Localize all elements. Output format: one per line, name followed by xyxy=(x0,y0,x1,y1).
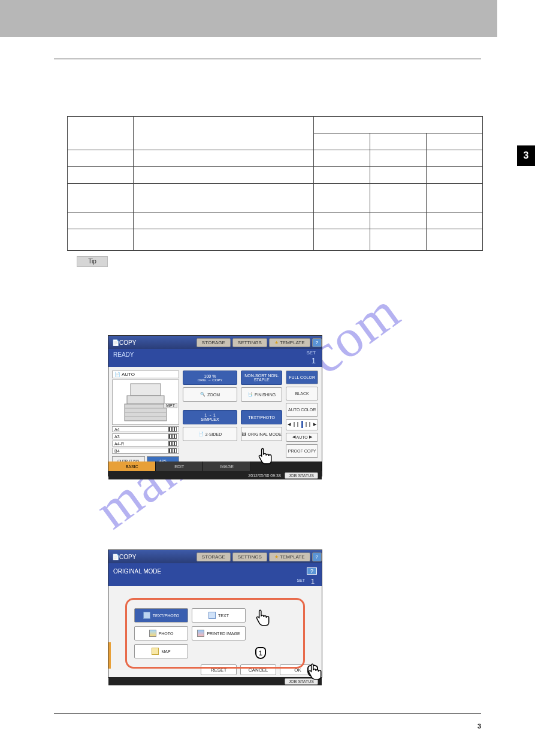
datetime: 2012/05/30 09:38 xyxy=(248,473,281,478)
auto-color-button[interactable]: AUTO COLOR xyxy=(286,403,318,417)
sort-display: NON-SORT NON-STAPLE xyxy=(241,371,282,385)
tab-image[interactable]: IMAGE xyxy=(203,462,250,471)
svg-rect-0 xyxy=(131,384,161,396)
storage-button-2[interactable]: STORAGE xyxy=(197,552,231,561)
tip-label: Tip xyxy=(77,256,108,267)
table-row xyxy=(68,229,483,251)
set-label-2: SET xyxy=(297,578,305,582)
help-button-top-2[interactable]: ? xyxy=(312,552,322,561)
full-color-button[interactable]: FULL COLOR xyxy=(286,371,318,384)
table-row xyxy=(68,167,483,184)
table-row xyxy=(68,150,483,167)
copy-icon: 📄 xyxy=(112,339,119,346)
bottom-tabs: BASIC EDIT IMAGE xyxy=(108,462,322,471)
bottom-bar-2: JOB STATUS xyxy=(108,677,322,685)
original-mode-header: ORIGINAL MODE ? xyxy=(108,563,322,579)
black-button[interactable]: BLACK xyxy=(286,387,318,400)
option-photo[interactable]: PHOTO xyxy=(134,626,188,640)
tray-a4r[interactable]: A4-R xyxy=(112,441,179,447)
ratio-display: 100 % ORG. → COPY xyxy=(183,371,237,385)
svg-rect-1 xyxy=(127,396,164,404)
page-number: 3 xyxy=(477,722,481,730)
option-map[interactable]: MAP xyxy=(134,644,188,658)
tray-a4[interactable]: A4 xyxy=(112,426,179,432)
callout-badge-2: 2 xyxy=(307,665,318,677)
copy-title: COPY xyxy=(119,339,195,346)
header-gray-bar xyxy=(0,0,497,37)
auto-density-button[interactable]: ◀ AUTO ▶ xyxy=(286,433,318,442)
copy-titlebar-2: 📄 COPY STORAGE SETTINGS TEMPLATE ? xyxy=(108,550,322,563)
template-button-2[interactable]: TEMPLATE xyxy=(269,552,310,561)
help-button[interactable]: ? xyxy=(312,338,322,347)
textphoto-display: TEXT/PHOTO xyxy=(241,410,282,424)
status-bar: 2012/05/30 09:38 JOB STATUS xyxy=(108,471,322,479)
tab-basic[interactable]: BASIC xyxy=(108,462,156,471)
set-label: SET xyxy=(306,350,316,356)
storage-button[interactable]: STORAGE xyxy=(197,338,231,347)
simplex-display: 1 → 1 SIMPLEX xyxy=(183,410,237,424)
ready-text: READY xyxy=(113,351,134,358)
settings-button[interactable]: SETTINGS xyxy=(232,338,267,347)
settings-button-2[interactable]: SETTINGS xyxy=(232,552,267,561)
zoom-button[interactable]: 🔍ZOOM xyxy=(183,387,237,402)
copy-icon: 📄 xyxy=(112,554,119,560)
screenshot-original-mode: 📄 COPY STORAGE SETTINGS TEMPLATE ? ORIGI… xyxy=(108,549,322,678)
screenshot-copy-panel: 📄 COPY STORAGE SETTINGS TEMPLATE ? READY… xyxy=(108,335,322,476)
printer-diagram: MPT xyxy=(112,379,179,425)
job-status-button[interactable]: JOB STATUS xyxy=(285,472,318,479)
template-button[interactable]: TEMPLATE xyxy=(269,338,310,347)
two-sided-button[interactable]: 📄2-SIDED xyxy=(183,427,237,441)
copy-count: 1 xyxy=(312,356,316,365)
proof-copy-button[interactable]: PROOF COPY xyxy=(286,444,318,458)
settings-table xyxy=(67,116,483,251)
active-tab-strip xyxy=(108,642,111,669)
chapter-tab: 3 xyxy=(517,145,535,166)
option-printed-image[interactable]: PRINTED IMAGE xyxy=(192,626,246,640)
option-text[interactable]: TEXT xyxy=(192,608,246,623)
tab-edit[interactable]: EDIT xyxy=(156,462,203,471)
table-row xyxy=(68,212,483,229)
rule-bottom xyxy=(54,714,481,714)
options-group: TEXT/PHOTO TEXT PHOTO PRINTED IMAGE MAP xyxy=(125,598,305,669)
counter-2: 1 xyxy=(311,578,315,585)
ready-bar: READY SET 1 xyxy=(108,349,322,367)
help-button-2[interactable]: ? xyxy=(307,567,317,575)
tray-b4[interactable]: B4 xyxy=(112,448,179,454)
job-status-2[interactable]: JOB STATUS xyxy=(285,678,318,685)
table-row xyxy=(68,184,483,212)
mpt-button[interactable]: MPT xyxy=(164,403,177,408)
auto-header: AUTO xyxy=(112,371,179,378)
copy-titlebar: 📄 COPY STORAGE SETTINGS TEMPLATE ? xyxy=(108,336,322,349)
original-mode-button[interactable]: 🖼ORIGINAL MODE xyxy=(241,427,282,441)
density-slider[interactable]: ◀▶ xyxy=(286,419,318,430)
finishing-button[interactable]: 📑FINISHING xyxy=(241,387,282,402)
callout-badge-1: 1 xyxy=(255,647,266,659)
copy-title-2: COPY xyxy=(119,554,195,560)
tray-a3[interactable]: A3 xyxy=(112,433,179,439)
original-mode-title: ORIGINAL MODE xyxy=(113,568,161,575)
option-text-photo[interactable]: TEXT/PHOTO xyxy=(134,608,188,623)
rule-top xyxy=(54,59,481,59)
